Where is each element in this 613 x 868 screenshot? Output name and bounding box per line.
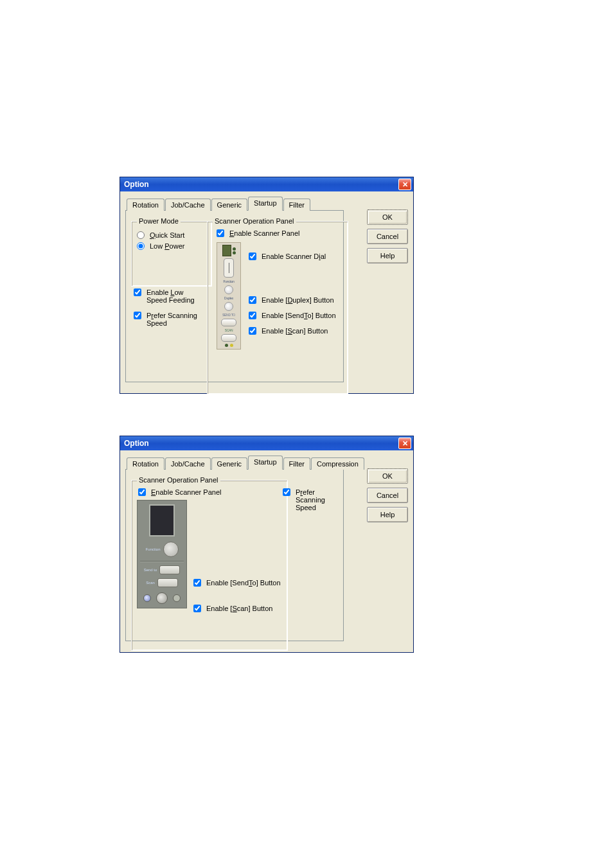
hw-label-duplex: Duplex — [224, 296, 233, 300]
tabstrip: Rotation Job/Cache Generic Startup Filte… — [127, 456, 408, 469]
window-title: Option — [124, 180, 149, 189]
power-led-icon — [233, 247, 236, 251]
check-enable-scanner-panel-input[interactable] — [217, 229, 224, 237]
hw-power-knob — [156, 592, 168, 604]
hw-function-knob — [224, 285, 233, 294]
radio-low-power-input[interactable] — [137, 242, 145, 250]
legend-power-mode: Power Mode — [137, 217, 181, 225]
hw-function-dial — [163, 542, 179, 557]
check-prefer-scanning-speed[interactable]: Prefer Scanning Speed — [134, 312, 204, 327]
hw-label-sendto: SEND TO — [222, 313, 235, 317]
check-enable-scan-button-input[interactable] — [249, 327, 256, 335]
close-icon[interactable]: ✕ — [398, 438, 411, 449]
tab-startup[interactable]: Startup — [248, 456, 282, 470]
help-button[interactable]: Help — [367, 507, 408, 522]
tab-generic[interactable]: Generic — [211, 457, 248, 470]
check-enable-scanner-dial[interactable]: Enable Scanner Dial — [249, 252, 336, 260]
close-icon[interactable]: ✕ — [398, 179, 411, 190]
ok-button[interactable]: OK — [367, 209, 408, 225]
button-stack: OK Cancel Help — [367, 468, 408, 526]
radio-quick-start-input[interactable] — [137, 231, 145, 239]
tab-startup[interactable]: Startup — [248, 197, 282, 211]
window-title: Option — [124, 439, 149, 448]
tab-job-cache[interactable]: Job/Cache — [165, 199, 211, 211]
scanner-panel-image: Function Send to Scan — [137, 500, 187, 608]
scanner-panel-image: Function Duplex SEND TO SCAN — [217, 242, 241, 350]
hw-label-sendto: Send to — [144, 568, 157, 572]
hw-screen — [149, 504, 175, 536]
hw-label-function: Function — [224, 279, 235, 283]
radio-quick-start[interactable]: Quick Start — [137, 231, 206, 239]
tab-compression[interactable]: Compression — [311, 457, 364, 470]
check-enable-scanner-panel-input[interactable] — [138, 488, 146, 496]
check-low-speed-feeding[interactable]: Enable Low Speed Feeding — [134, 288, 204, 304]
check-prefer-scanning-speed-input[interactable] — [134, 312, 141, 319]
check-enable-sendto-button-input[interactable] — [193, 579, 201, 587]
tab-rotation[interactable]: Rotation — [127, 457, 164, 470]
legend-sop: Scanner Operation Panel — [213, 217, 296, 225]
hw-label-function: Function — [145, 547, 160, 551]
error-led-icon — [233, 251, 236, 254]
help-button[interactable]: Help — [367, 248, 408, 263]
cancel-button[interactable]: Cancel — [367, 229, 408, 244]
group-scanner-operation-panel: Scanner Operation Panel Enable Scanner P… — [207, 221, 348, 394]
check-enable-sendto-button[interactable]: Enable [SendTo] Button — [193, 579, 281, 587]
hw-sendto-button — [159, 565, 180, 574]
hw-scan-button — [221, 334, 236, 342]
check-enable-scanner-panel[interactable]: Enable Scanner Panel — [217, 229, 342, 237]
check-enable-scan-button[interactable]: Enable [Scan] Button — [249, 327, 336, 335]
group-scanner-operation-panel: Scanner Operation Panel Enable Scanner P… — [131, 480, 288, 651]
radio-low-power[interactable]: Low Power — [137, 242, 206, 250]
hw-led-1 — [225, 344, 228, 347]
option-dialog-1: Option ✕ Rotation Job/Cache Generic Star… — [120, 177, 414, 394]
button-stack: OK Cancel Help — [367, 209, 408, 267]
check-enable-sendto-button-input[interactable] — [249, 312, 256, 319]
hw-dial — [224, 258, 234, 278]
tab-filter[interactable]: Filter — [283, 457, 310, 470]
check-enable-scan-button[interactable]: Enable [Scan] Button — [193, 605, 281, 612]
ok-button[interactable]: OK — [367, 468, 408, 484]
check-enable-scanner-dial-input[interactable] — [249, 252, 256, 260]
hw-label-scan: SCAN — [225, 328, 233, 332]
check-prefer-scanning-speed-input[interactable] — [283, 488, 290, 496]
tab-rotation[interactable]: Rotation — [127, 199, 164, 211]
option-dialog-2: Option ✕ Rotation Job/Cache Generic Star… — [120, 436, 414, 653]
check-enable-scan-button-input[interactable] — [193, 605, 201, 612]
check-prefer-scanning-speed[interactable]: Prefer Scanning Speed — [283, 488, 341, 511]
tab-job-cache[interactable]: Job/Cache — [165, 457, 211, 470]
hw-scan-button — [157, 578, 178, 587]
titlebar[interactable]: Option ✕ — [120, 177, 413, 191]
hw-sendto-button — [221, 319, 236, 326]
hw-led-2 — [230, 344, 233, 347]
hw-status-led-icon — [173, 594, 181, 602]
check-low-speed-feeding-input[interactable] — [134, 288, 141, 296]
cancel-button[interactable]: Cancel — [367, 488, 408, 503]
legend-sop: Scanner Operation Panel — [137, 476, 220, 484]
check-enable-scanner-panel[interactable]: Enable Scanner Panel — [138, 488, 282, 496]
check-enable-sendto-button[interactable]: Enable [SendTo] Button — [249, 312, 336, 319]
hw-label-scan: Scan — [146, 581, 155, 585]
tab-filter[interactable]: Filter — [283, 199, 310, 211]
tab-generic[interactable]: Generic — [211, 199, 248, 211]
check-enable-duplex-button[interactable]: Enable [Duplex] Button — [249, 296, 336, 304]
hw-separator — [140, 561, 184, 562]
check-enable-duplex-button-input[interactable] — [249, 296, 256, 304]
group-power-mode: Power Mode Quick Start Low Power — [131, 221, 212, 287]
titlebar[interactable]: Option ✕ — [120, 436, 413, 450]
hw-lcd — [222, 245, 231, 256]
hw-duplex-knob — [224, 302, 233, 311]
tabstrip: Rotation Job/Cache Generic Startup Filte… — [127, 197, 408, 210]
hw-power-led-icon — [143, 594, 151, 602]
